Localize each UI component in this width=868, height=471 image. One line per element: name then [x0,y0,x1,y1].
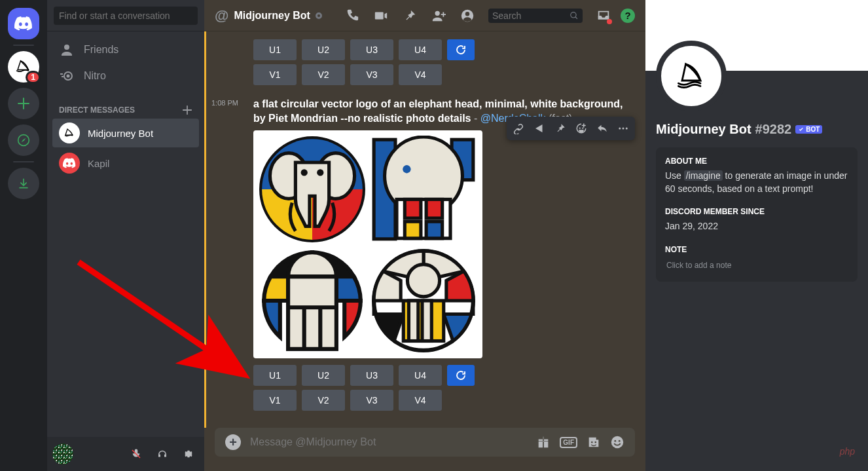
add-server-button[interactable] [8,88,39,119]
v4-button[interactable]: V4 [399,390,442,411]
plus-icon [17,97,30,110]
server-rail: 1 [0,0,47,471]
profile-sidebar: Midjourney Bot#9282 BOT ABOUT ME Use /im… [645,0,868,471]
settings-button[interactable] [178,443,199,464]
sticker-button[interactable] [587,435,601,449]
svg-point-32 [591,442,593,443]
nitro-tab[interactable]: Nitro [52,63,199,89]
button-row-upscale: U1 U2 U3 U4 [253,365,635,386]
svg-point-28 [407,264,439,296]
friends-tab[interactable]: Friends [52,37,199,63]
midjourney-ship-icon [63,126,76,140]
svg-point-5 [571,12,576,17]
nitro-icon [59,68,75,84]
message-timestamp: 1:08 PM [211,99,238,107]
dm-name: Midjourney Bot [88,128,153,139]
discord-home-button[interactable] [8,8,39,39]
emoji-button[interactable] [610,435,624,449]
note-input[interactable]: Click to add a note [665,258,848,273]
inbox-button[interactable] [596,8,611,24]
note-heading: NOTE [665,245,848,254]
message-composer: + GIF [204,428,645,471]
svg-point-10 [317,169,323,176]
refresh-icon [455,44,467,56]
server-badge: 1 [26,71,41,84]
channel-title: Midjourney Bot [234,10,310,22]
download-apps-button[interactable] [8,168,39,199]
dm-header: DIRECT MESSAGES [47,94,204,118]
attach-button[interactable]: + [225,434,241,450]
dm-kapil[interactable]: Kapil [52,149,199,178]
voice-call-button[interactable] [344,8,360,24]
dm-name: Kapil [88,158,109,169]
more-button[interactable] [613,118,634,139]
copy-link-button[interactable] [508,118,529,139]
profile-avatar[interactable] [656,41,727,111]
v3-button[interactable]: V3 [350,390,393,411]
generated-image-grid[interactable] [253,130,482,358]
u4-button[interactable]: U4 [399,39,442,60]
v1-button[interactable]: V1 [253,64,297,85]
member-since-heading: DISCORD MEMBER SINCE [665,207,848,216]
image-variant-1 [259,136,366,243]
explore-servers-button[interactable] [8,124,39,156]
pin-message-button[interactable] [550,118,571,139]
help-button[interactable]: ? [621,9,635,23]
profile-name: Midjourney Bot#9282 BOT [645,111,868,137]
v1-button[interactable]: V1 [253,390,297,411]
channel-header: @ Midjourney Bot ? [204,0,645,31]
about-heading: ABOUT ME [665,157,848,166]
v4-button[interactable]: V4 [399,64,442,85]
reroll-button[interactable] [447,39,475,60]
dm-search-bar [47,0,204,31]
compass-icon [17,134,30,147]
search-input[interactable] [492,10,570,21]
svg-point-30 [623,128,624,130]
user-avatar[interactable] [52,443,73,464]
bot-badge: BOT [795,125,822,134]
mute-button[interactable] [126,443,147,464]
u2-button[interactable]: U2 [302,365,345,386]
discord-logo-icon [63,158,76,168]
svg-point-14 [403,165,410,173]
reply-button[interactable] [592,118,613,139]
image-variant-2 [370,136,477,243]
add-reaction-button[interactable] [571,118,592,139]
u3-button[interactable]: U3 [350,39,393,60]
mark-unread-button[interactable] [529,118,550,139]
video-call-button[interactable] [373,8,389,24]
image-variant-3 [259,247,366,354]
profile-discriminator: #9282 [755,122,792,137]
server-midjourney[interactable]: 1 [8,51,39,83]
v2-button[interactable]: V2 [302,64,345,85]
u1-button[interactable]: U1 [253,365,297,386]
create-dm-button[interactable] [182,105,192,115]
u1-button[interactable]: U1 [253,39,297,60]
user-panel [47,437,204,471]
svg-rect-17 [426,199,443,218]
svg-rect-19 [426,221,443,238]
friends-label: Friends [84,44,118,56]
profile-username: Midjourney Bot [656,122,751,137]
profile-button[interactable] [460,8,475,24]
v3-button[interactable]: V3 [350,64,393,85]
u4-button[interactable]: U4 [399,365,442,386]
svg-point-31 [626,128,628,130]
svg-point-36 [619,440,621,442]
svg-rect-20 [288,276,336,349]
v2-button[interactable]: V2 [302,390,345,411]
pin-button[interactable] [402,8,418,24]
u2-button[interactable]: U2 [302,39,345,60]
u3-button[interactable]: U3 [350,365,393,386]
message-input[interactable] [250,436,527,448]
dm-search-input[interactable] [54,7,198,25]
add-friends-button[interactable] [431,8,446,24]
messages: U1 U2 U3 U4 V1 V2 V3 V4 1:08 PM a flat c… [206,39,645,411]
gif-button[interactable]: GIF [560,437,577,448]
svg-rect-18 [405,221,421,238]
reroll-button[interactable] [447,365,475,386]
sidebar-nav: Friends Nitro [47,31,204,94]
gift-button[interactable] [536,435,551,449]
deafen-button[interactable] [152,443,173,464]
dm-midjourney-bot[interactable]: Midjourney Bot [52,119,199,147]
